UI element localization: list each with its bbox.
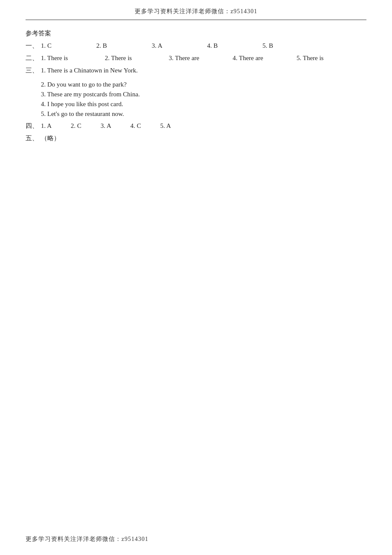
section-2-label: 二、 bbox=[26, 54, 41, 62]
s4-item-4: 4. C bbox=[130, 122, 160, 130]
section-3-sentences: 2. Do you want to go to the park? 3. The… bbox=[41, 81, 366, 118]
footer-watermark: 更多学习资料关注洋洋老师微信：z9514301 bbox=[26, 535, 148, 543]
section-3-block: 三、 1. There is a Chinatown in New York. … bbox=[26, 66, 366, 118]
s4-item-3: 3. A bbox=[101, 122, 130, 130]
s2-item-5: 5. There is bbox=[297, 55, 360, 62]
section-3-label: 三、 bbox=[26, 66, 41, 75]
s4-item-1: 1. A bbox=[41, 122, 71, 130]
s1-item-3: 3. A bbox=[152, 42, 207, 49]
s3-sentence-1: 1. There is a Chinatown in New York. bbox=[41, 67, 138, 74]
section-2-row: 二、 1. There is 2. There is 3. There are … bbox=[26, 54, 366, 62]
s4-item-5: 5. A bbox=[160, 122, 190, 130]
section-3-header: 三、 1. There is a Chinatown in New York. bbox=[26, 66, 366, 77]
s1-item-4: 4. B bbox=[207, 42, 262, 49]
s3-sentence-5: 5. Let's go to the restaurant now. bbox=[41, 110, 366, 118]
section-4-items: 1. A 2. C 3. A 4. C 5. A bbox=[41, 122, 190, 130]
header-divider bbox=[26, 20, 366, 20]
section-1-row: 一、 1. C 2. B 3. A 4. B 5. B bbox=[26, 42, 366, 50]
s3-sentence-4: 4. I hope you like this post card. bbox=[41, 101, 366, 108]
s1-item-2: 2. B bbox=[96, 42, 152, 49]
section-4-label: 四、 bbox=[26, 122, 41, 130]
s2-item-4: 4. There are bbox=[233, 55, 297, 62]
section-5-label: 五、 bbox=[26, 134, 41, 142]
section-1-label: 一、 bbox=[26, 42, 41, 50]
s2-item-1: 1. There is bbox=[41, 55, 105, 62]
header-watermark: 更多学习资料关注洋洋老师微信：z9514301 bbox=[0, 0, 392, 20]
section-2-items: 1. There is 2. There is 3. There are 4. … bbox=[41, 55, 360, 62]
section-5-row: 五、 （略） bbox=[26, 134, 366, 142]
s2-item-3: 3. There are bbox=[169, 55, 233, 62]
answer-key-title: 参考答案 bbox=[26, 29, 366, 38]
s1-item-5: 5. B bbox=[262, 42, 318, 49]
s4-item-2: 2. C bbox=[71, 122, 101, 130]
section-5-content: （略） bbox=[41, 134, 60, 142]
s1-item-1: 1. C bbox=[41, 42, 96, 49]
section-4-row: 四、 1. A 2. C 3. A 4. C 5. A bbox=[26, 122, 366, 130]
main-content: 参考答案 一、 1. C 2. B 3. A 4. B 5. B 二、 1. T… bbox=[0, 29, 392, 172]
section-1-items: 1. C 2. B 3. A 4. B 5. B bbox=[41, 42, 318, 49]
s3-sentence-2: 2. Do you want to go to the park? bbox=[41, 81, 366, 88]
s2-item-2: 2. There is bbox=[105, 55, 169, 62]
s3-sentence-3: 3. These are my postcards from China. bbox=[41, 91, 366, 98]
